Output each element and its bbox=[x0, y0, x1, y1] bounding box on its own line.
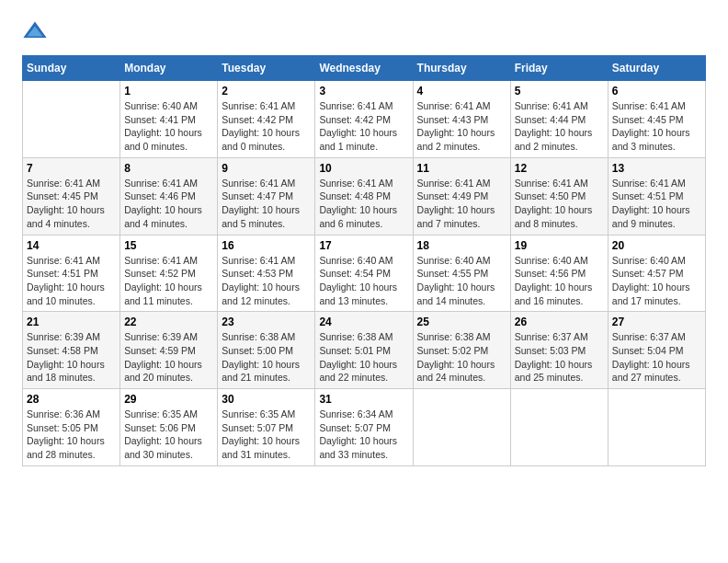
calendar-cell: 11Sunrise: 6:41 AM Sunset: 4:49 PM Dayli… bbox=[413, 157, 510, 235]
day-number: 5 bbox=[515, 85, 604, 98]
calendar-table: SundayMondayTuesdayWednesdayThursdayFrid… bbox=[22, 55, 706, 466]
day-info: Sunrise: 6:41 AM Sunset: 4:44 PM Dayligh… bbox=[515, 99, 604, 154]
calendar-cell: 14Sunrise: 6:41 AM Sunset: 4:51 PM Dayli… bbox=[23, 235, 120, 312]
day-number: 16 bbox=[222, 239, 311, 252]
weekday-header: Friday bbox=[510, 56, 608, 81]
day-number: 19 bbox=[515, 239, 604, 252]
day-info: Sunrise: 6:41 AM Sunset: 4:50 PM Dayligh… bbox=[515, 177, 604, 231]
calendar-cell bbox=[608, 389, 705, 466]
day-number: 6 bbox=[612, 85, 701, 98]
calendar-cell: 25Sunrise: 6:38 AM Sunset: 5:02 PM Dayli… bbox=[413, 312, 510, 389]
day-number: 8 bbox=[124, 162, 213, 175]
calendar-cell: 7Sunrise: 6:41 AM Sunset: 4:45 PM Daylig… bbox=[23, 157, 120, 235]
day-number: 28 bbox=[27, 393, 116, 406]
day-number: 30 bbox=[222, 393, 311, 406]
calendar-cell: 1Sunrise: 6:40 AM Sunset: 4:41 PM Daylig… bbox=[120, 81, 218, 158]
calendar-cell: 30Sunrise: 6:35 AM Sunset: 5:07 PM Dayli… bbox=[218, 389, 315, 466]
day-number: 18 bbox=[417, 239, 506, 252]
day-number: 20 bbox=[612, 239, 701, 252]
day-number: 12 bbox=[515, 162, 604, 175]
day-number: 9 bbox=[222, 162, 311, 175]
day-number: 25 bbox=[417, 316, 506, 328]
day-number: 26 bbox=[515, 316, 604, 328]
day-number: 13 bbox=[612, 162, 701, 175]
calendar-cell: 20Sunrise: 6:40 AM Sunset: 4:57 PM Dayli… bbox=[608, 235, 705, 312]
day-number: 4 bbox=[417, 85, 506, 98]
day-number: 21 bbox=[27, 316, 116, 328]
calendar-cell: 8Sunrise: 6:41 AM Sunset: 4:46 PM Daylig… bbox=[120, 157, 218, 235]
day-info: Sunrise: 6:41 AM Sunset: 4:52 PM Dayligh… bbox=[124, 254, 213, 308]
calendar-cell: 27Sunrise: 6:37 AM Sunset: 5:04 PM Dayli… bbox=[608, 312, 705, 389]
calendar-cell: 22Sunrise: 6:39 AM Sunset: 4:59 PM Dayli… bbox=[120, 312, 218, 389]
day-info: Sunrise: 6:41 AM Sunset: 4:42 PM Dayligh… bbox=[319, 99, 408, 154]
day-number: 2 bbox=[222, 85, 311, 98]
calendar-cell: 21Sunrise: 6:39 AM Sunset: 4:58 PM Dayli… bbox=[23, 312, 120, 389]
calendar-cell: 6Sunrise: 6:41 AM Sunset: 4:45 PM Daylig… bbox=[608, 81, 705, 158]
day-info: Sunrise: 6:41 AM Sunset: 4:47 PM Dayligh… bbox=[222, 177, 311, 231]
day-number: 3 bbox=[319, 85, 408, 98]
calendar-cell: 13Sunrise: 6:41 AM Sunset: 4:51 PM Dayli… bbox=[608, 157, 705, 235]
day-number: 11 bbox=[417, 162, 506, 175]
header bbox=[22, 18, 706, 44]
day-info: Sunrise: 6:38 AM Sunset: 5:00 PM Dayligh… bbox=[222, 330, 311, 385]
page: SundayMondayTuesdayWednesdayThursdayFrid… bbox=[0, 0, 728, 485]
calendar-week-row: 14Sunrise: 6:41 AM Sunset: 4:51 PM Dayli… bbox=[23, 235, 706, 312]
header-row: SundayMondayTuesdayWednesdayThursdayFrid… bbox=[23, 56, 706, 81]
day-number: 10 bbox=[319, 162, 408, 175]
calendar-week-row: 7Sunrise: 6:41 AM Sunset: 4:45 PM Daylig… bbox=[23, 157, 706, 235]
calendar-cell: 23Sunrise: 6:38 AM Sunset: 5:00 PM Dayli… bbox=[218, 312, 315, 389]
weekday-header: Saturday bbox=[608, 56, 705, 81]
day-info: Sunrise: 6:37 AM Sunset: 5:04 PM Dayligh… bbox=[612, 330, 701, 385]
day-info: Sunrise: 6:41 AM Sunset: 4:51 PM Dayligh… bbox=[612, 177, 701, 231]
day-info: Sunrise: 6:41 AM Sunset: 4:45 PM Dayligh… bbox=[612, 99, 701, 154]
calendar-cell bbox=[510, 389, 608, 466]
calendar-cell: 12Sunrise: 6:41 AM Sunset: 4:50 PM Dayli… bbox=[510, 157, 608, 235]
day-info: Sunrise: 6:40 AM Sunset: 4:54 PM Dayligh… bbox=[319, 254, 408, 308]
weekday-header: Monday bbox=[120, 56, 218, 81]
day-info: Sunrise: 6:41 AM Sunset: 4:51 PM Dayligh… bbox=[27, 254, 116, 308]
calendar-cell: 31Sunrise: 6:34 AM Sunset: 5:07 PM Dayli… bbox=[315, 389, 413, 466]
calendar-cell: 3Sunrise: 6:41 AM Sunset: 4:42 PM Daylig… bbox=[315, 81, 413, 158]
day-info: Sunrise: 6:36 AM Sunset: 5:05 PM Dayligh… bbox=[27, 408, 116, 462]
day-info: Sunrise: 6:40 AM Sunset: 4:41 PM Dayligh… bbox=[124, 99, 213, 154]
calendar-cell: 18Sunrise: 6:40 AM Sunset: 4:55 PM Dayli… bbox=[413, 235, 510, 312]
day-number: 27 bbox=[612, 316, 701, 328]
calendar-cell: 29Sunrise: 6:35 AM Sunset: 5:06 PM Dayli… bbox=[120, 389, 218, 466]
day-number: 7 bbox=[27, 162, 116, 175]
calendar-cell: 17Sunrise: 6:40 AM Sunset: 4:54 PM Dayli… bbox=[315, 235, 413, 312]
calendar-cell: 2Sunrise: 6:41 AM Sunset: 4:42 PM Daylig… bbox=[218, 81, 315, 158]
calendar-cell: 15Sunrise: 6:41 AM Sunset: 4:52 PM Dayli… bbox=[120, 235, 218, 312]
day-number: 14 bbox=[27, 239, 116, 252]
day-info: Sunrise: 6:41 AM Sunset: 4:46 PM Dayligh… bbox=[124, 177, 213, 231]
calendar-cell: 19Sunrise: 6:40 AM Sunset: 4:56 PM Dayli… bbox=[510, 235, 608, 312]
day-number: 15 bbox=[124, 239, 213, 252]
day-info: Sunrise: 6:41 AM Sunset: 4:48 PM Dayligh… bbox=[319, 177, 408, 231]
day-info: Sunrise: 6:34 AM Sunset: 5:07 PM Dayligh… bbox=[319, 408, 408, 462]
day-number: 1 bbox=[124, 85, 213, 98]
day-info: Sunrise: 6:40 AM Sunset: 4:56 PM Dayligh… bbox=[515, 254, 604, 308]
day-info: Sunrise: 6:40 AM Sunset: 4:55 PM Dayligh… bbox=[417, 254, 506, 308]
day-number: 29 bbox=[124, 393, 213, 406]
calendar-cell: 16Sunrise: 6:41 AM Sunset: 4:53 PM Dayli… bbox=[218, 235, 315, 312]
day-number: 24 bbox=[319, 316, 408, 328]
weekday-header: Sunday bbox=[23, 56, 120, 81]
calendar-cell: 24Sunrise: 6:38 AM Sunset: 5:01 PM Dayli… bbox=[315, 312, 413, 389]
day-number: 17 bbox=[319, 239, 408, 252]
calendar-cell bbox=[413, 389, 510, 466]
day-info: Sunrise: 6:35 AM Sunset: 5:06 PM Dayligh… bbox=[124, 408, 213, 462]
weekday-header: Tuesday bbox=[218, 56, 315, 81]
calendar-cell: 10Sunrise: 6:41 AM Sunset: 4:48 PM Dayli… bbox=[315, 157, 413, 235]
day-info: Sunrise: 6:41 AM Sunset: 4:43 PM Dayligh… bbox=[417, 99, 506, 154]
day-info: Sunrise: 6:40 AM Sunset: 4:57 PM Dayligh… bbox=[612, 254, 701, 308]
day-info: Sunrise: 6:39 AM Sunset: 4:58 PM Dayligh… bbox=[27, 330, 116, 385]
day-number: 22 bbox=[124, 316, 213, 328]
day-info: Sunrise: 6:39 AM Sunset: 4:59 PM Dayligh… bbox=[124, 330, 213, 385]
calendar-cell: 28Sunrise: 6:36 AM Sunset: 5:05 PM Dayli… bbox=[23, 389, 120, 466]
day-info: Sunrise: 6:35 AM Sunset: 5:07 PM Dayligh… bbox=[222, 408, 311, 462]
calendar-cell: 4Sunrise: 6:41 AM Sunset: 4:43 PM Daylig… bbox=[413, 81, 510, 158]
calendar-week-row: 1Sunrise: 6:40 AM Sunset: 4:41 PM Daylig… bbox=[23, 81, 706, 158]
weekday-header: Wednesday bbox=[315, 56, 413, 81]
logo bbox=[22, 18, 50, 44]
day-info: Sunrise: 6:41 AM Sunset: 4:42 PM Dayligh… bbox=[222, 99, 311, 154]
logo-icon bbox=[22, 18, 48, 44]
